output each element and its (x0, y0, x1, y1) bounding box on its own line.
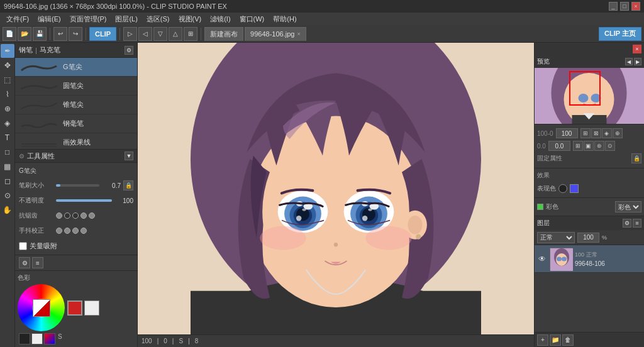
tool-fill[interactable]: ◈ (1, 116, 14, 130)
color-mode-select[interactable]: 彩色 灰度 (615, 201, 641, 212)
brush-item-3[interactable]: 钢毫笔 (15, 114, 137, 133)
window-title: 99648-106.jpg (1366 × 768px 300dpi 100.0… (4, 3, 227, 10)
right-icon-btn-4[interactable]: ⊕ (613, 128, 623, 138)
right-icon-btn-6[interactable]: ▣ (584, 141, 594, 151)
tool-hand[interactable]: ✋ (1, 203, 14, 217)
right-icon-btn-7[interactable]: ⊛ (594, 141, 604, 151)
right-icon-btn-8[interactable]: ⊙ (605, 141, 615, 151)
new-layer-button[interactable]: + (537, 334, 548, 346)
canvas-tab-new[interactable]: 新建画布 (204, 27, 243, 41)
tool-select[interactable]: ⬚ (1, 73, 14, 87)
toolbar-new[interactable]: 📄 (3, 27, 16, 41)
right-icon-btn-2[interactable]: ⊠ (591, 128, 601, 138)
close-window-button[interactable]: × (631, 2, 640, 11)
brush-size-lock-icon[interactable]: 🔒 (123, 180, 133, 190)
toolbar-btn-a[interactable]: ▷ (123, 27, 137, 41)
brush-item-4[interactable]: 画效果线 (15, 133, 137, 149)
toolbar-btn-e[interactable]: ⊞ (184, 27, 197, 41)
tool-pen[interactable]: ✒ (1, 44, 14, 58)
foreground-swatch[interactable] (67, 300, 82, 316)
tool-shape[interactable]: □ (1, 145, 14, 159)
layer-item-0[interactable]: 👁 100 正常 99648-106 (535, 245, 644, 273)
layers-actions: + 📁 🗑 (535, 332, 644, 347)
aa-dot-3[interactable] (80, 212, 87, 219)
layers-settings-icon[interactable]: ⚙ (623, 219, 631, 228)
black-swatch[interactable] (19, 333, 30, 344)
stab-dot-1[interactable] (64, 228, 70, 234)
brush-panel-settings-icon[interactable]: ⚙ (125, 46, 133, 55)
minimize-button[interactable]: _ (609, 2, 618, 11)
right-icon-btn-1[interactable]: ⊞ (580, 128, 591, 138)
right-icon-btn-5[interactable]: ⊞ (573, 141, 583, 151)
brush-size-label: 笔刷大小 (19, 181, 53, 190)
clip-home-button[interactable]: CLIP 主页 (599, 27, 641, 41)
preview-btn-2[interactable]: ▶ (634, 58, 641, 65)
gradient-swatch[interactable] (44, 333, 55, 344)
right-input-2[interactable] (548, 141, 570, 151)
aa-dot-1[interactable] (64, 212, 70, 219)
canvas-tab-file[interactable]: 99648-106.jpg × (245, 27, 306, 41)
layer-blend-mode-select[interactable]: 正常 (537, 232, 575, 243)
color-square[interactable] (33, 299, 50, 317)
tool-lasso[interactable]: ⌇ (1, 87, 14, 101)
right-icon-btn-3[interactable]: ◈ (602, 128, 612, 138)
stab-dot-3[interactable] (80, 228, 87, 234)
preview-btn-1[interactable]: ◀ (625, 58, 633, 65)
menu-edit[interactable]: 编辑(E) (34, 13, 65, 25)
layer-opacity-input[interactable] (577, 233, 599, 243)
menu-layer[interactable]: 图层(L) (111, 13, 141, 25)
new-folder-button[interactable]: 📁 (550, 334, 561, 346)
effect-black-circle[interactable] (558, 184, 567, 193)
delete-layer-button[interactable]: 🗑 (562, 334, 574, 346)
aa-dot-0[interactable] (56, 212, 62, 219)
tool-eyedropper[interactable]: ⊕ (1, 102, 14, 116)
toolbar-sep-3 (119, 28, 120, 40)
effect-blue-rect[interactable] (570, 184, 579, 193)
toolbar-btn-c[interactable]: ▽ (153, 27, 167, 41)
tool-zoom[interactable]: ⊙ (1, 189, 14, 202)
toolbar-btn-b[interactable]: ◁ (138, 27, 152, 41)
layer-eye-icon-0[interactable]: 👁 (537, 254, 547, 264)
brush-item-0[interactable]: G笔尖 (15, 58, 137, 77)
tool-eraser[interactable]: ◻ (1, 174, 14, 188)
stab-dot-2[interactable] (72, 228, 79, 234)
menu-help[interactable]: 帮助(H) (269, 13, 300, 25)
maximize-button[interactable]: □ (620, 2, 629, 11)
green-dot (537, 204, 543, 210)
menu-view[interactable]: 视图(V) (175, 13, 206, 25)
tool-gradient[interactable]: ▦ (1, 160, 14, 174)
right-lock-icon[interactable]: 🔒 (631, 153, 641, 163)
menu-window[interactable]: 窗口(W) (236, 13, 269, 25)
brush-size-slider[interactable] (56, 184, 99, 187)
stab-dot-0[interactable] (56, 228, 62, 234)
white-swatch[interactable] (31, 333, 43, 344)
menu-filter[interactable]: 滤镜(I) (206, 13, 234, 25)
menu-select[interactable]: 选区(S) (143, 13, 174, 25)
toolbar-redo[interactable]: ↪ (69, 27, 82, 41)
background-swatch[interactable] (84, 300, 99, 316)
tool-text[interactable]: T (1, 131, 14, 145)
menu-file[interactable]: 文件(F) (3, 13, 33, 25)
brush-settings-icon-2[interactable]: ≡ (32, 257, 43, 268)
aa-dot-4[interactable] (89, 212, 95, 219)
properties-expand-icon[interactable]: ▼ (125, 151, 133, 160)
aa-dot-2[interactable] (72, 212, 79, 219)
layers-menu-icon[interactable]: ≡ (633, 219, 641, 228)
opacity-slider[interactable] (56, 199, 112, 202)
tab-close-button[interactable]: × (297, 31, 300, 37)
toolbar-btn-d[interactable]: △ (169, 27, 182, 41)
brush-settings-icon-1[interactable]: ⚙ (19, 257, 30, 268)
canvas-content[interactable] (138, 43, 534, 334)
toolbar-open[interactable]: 📂 (18, 27, 31, 41)
color-wheel[interactable] (18, 284, 65, 331)
clip-button[interactable]: CLIP (89, 27, 116, 41)
tool-move[interactable]: ✥ (1, 58, 14, 72)
snap-checkbox[interactable] (19, 242, 27, 250)
brush-item-2[interactable]: 锥笔尖 (15, 96, 137, 114)
menu-page[interactable]: 页面管理(P) (66, 13, 111, 25)
toolbar-save[interactable]: 💾 (33, 27, 47, 41)
right-input-1[interactable] (556, 128, 578, 138)
toolbar-undo[interactable]: ↩ (53, 27, 67, 41)
brush-item-1[interactable]: 圆笔尖 (15, 77, 137, 96)
right-panel-close-button[interactable]: × (633, 45, 641, 53)
